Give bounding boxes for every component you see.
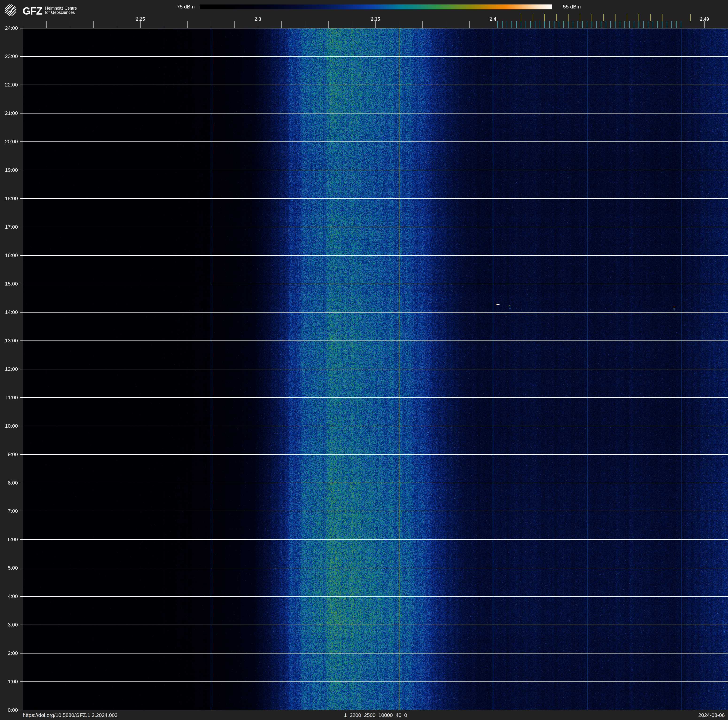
time-tick-label: 10:00 — [0, 423, 18, 429]
spectrogram-page: GFZ Helmholtz Centre for Geosciences -75… — [0, 0, 728, 720]
freq-minor-tick — [211, 21, 211, 28]
wifi-channel-tick — [650, 14, 651, 21]
time-tick-label: 8:00 — [0, 480, 18, 486]
ble-channel-tick — [606, 21, 606, 28]
hour-gridline — [20, 170, 728, 170]
time-tick-label: 14:00 — [0, 309, 18, 315]
time-tick-label: 1:00 — [0, 679, 18, 685]
hour-gridline — [20, 596, 728, 597]
hour-gridline — [20, 28, 728, 28]
freq-minor-tick — [164, 21, 164, 28]
dataset-name: 1_2200_2500_10000_40_0 — [344, 712, 407, 718]
time-tick-label: 21:00 — [0, 110, 18, 116]
ble-channel-tick — [582, 21, 583, 28]
wifi-channel-tick — [544, 14, 545, 21]
time-tick-label: 23:00 — [0, 54, 18, 59]
hour-gridline — [20, 568, 728, 568]
hour-gridline — [20, 255, 728, 256]
hour-gridline — [20, 283, 728, 284]
hour-gridline — [20, 511, 728, 511]
ble-channel-tick — [610, 21, 611, 28]
wifi-channel-tick — [521, 14, 522, 21]
freq-minor-tick — [399, 21, 399, 28]
freq-minor-tick — [93, 21, 94, 28]
ble-channel-tick — [549, 21, 550, 28]
wifi-channel-tick — [568, 14, 569, 21]
ble-channel-tick — [653, 21, 653, 28]
ble-channel-tick — [615, 21, 615, 28]
freq-minor-tick — [469, 21, 470, 28]
footer: https://doi.org/10.5880/GFZ.1.2.2024.003… — [0, 710, 728, 720]
freq-tick-label: 2.4 — [489, 17, 496, 21]
freq-minor-tick — [117, 21, 117, 28]
ble-channel-tick — [544, 21, 545, 28]
hour-gridline — [20, 653, 728, 654]
freq-tick-label: 2.3 — [255, 17, 261, 21]
colorbar-max-label: -55 dBm — [561, 4, 581, 10]
ble-channel-tick — [497, 21, 498, 28]
ble-channel-tick — [643, 21, 644, 28]
freq-minor-tick — [422, 21, 423, 28]
freq-minor-tick — [140, 21, 141, 28]
ble-channel-tick — [535, 21, 535, 28]
freq-minor-tick — [258, 21, 258, 28]
ble-channel-tick — [587, 21, 587, 28]
hour-gridline — [20, 340, 728, 341]
hour-gridline — [20, 625, 728, 625]
hour-gridline — [20, 312, 728, 313]
freq-minor-tick — [493, 21, 493, 28]
hour-gridline — [20, 454, 728, 455]
freq-minor-tick — [234, 21, 235, 28]
wifi-channel-tick — [592, 14, 592, 21]
ble-channel-tick — [624, 21, 625, 28]
wifi-channel-tick — [662, 14, 662, 21]
wifi-channel-tick — [532, 14, 533, 21]
freq-minor-tick — [352, 21, 352, 28]
time-tick-label: 24:00 — [0, 25, 18, 31]
freq-tick-label: 2.49 — [700, 17, 709, 21]
date-label: 2024-08-06 — [698, 712, 725, 718]
org-name: Helmholtz Centre for Geosciences — [45, 6, 77, 15]
ble-channel-tick — [502, 21, 503, 28]
time-tick-label: 4:00 — [0, 594, 18, 599]
ble-channel-tick — [620, 21, 620, 28]
wifi-channel-tick — [690, 14, 691, 21]
freq-minor-tick — [281, 21, 282, 28]
time-tick-label: 12:00 — [0, 366, 18, 372]
freq-minor-tick — [305, 21, 305, 28]
ble-channel-tick — [507, 21, 507, 28]
time-tick-label: 3:00 — [0, 622, 18, 628]
ble-channel-tick — [596, 21, 597, 28]
wifi-channel-tick — [556, 14, 557, 21]
ble-channel-tick — [634, 21, 634, 28]
time-tick-label: 11:00 — [0, 395, 18, 400]
hour-gridline — [20, 397, 728, 398]
time-tick-label: 17:00 — [0, 224, 18, 230]
wifi-channel-tick — [580, 14, 580, 21]
hour-gridline — [20, 483, 728, 483]
ble-channel-tick — [540, 21, 540, 28]
time-tick-label: 7:00 — [0, 508, 18, 514]
time-tick-label: 22:00 — [0, 82, 18, 88]
ble-channel-tick — [657, 21, 658, 28]
wifi-channel-tick — [627, 14, 627, 21]
ble-channel-tick — [521, 21, 522, 28]
ble-channel-tick — [568, 21, 569, 28]
freq-minor-tick — [70, 21, 70, 28]
hour-gridline — [20, 539, 728, 540]
freq-minor-tick — [446, 21, 446, 28]
org-name-line1: Helmholtz Centre — [45, 6, 77, 10]
ble-channel-tick — [592, 21, 592, 28]
ble-channel-tick — [667, 21, 667, 28]
time-tick-label: 2:00 — [0, 650, 18, 656]
gfz-logo: GFZ Helmholtz Centre for Geosciences — [5, 4, 115, 17]
ble-channel-tick — [676, 21, 677, 28]
ble-channel-tick — [516, 21, 517, 28]
ble-channel-tick — [526, 21, 526, 28]
gfz-globe-icon — [5, 4, 17, 17]
freq-minor-tick — [375, 21, 376, 28]
ble-channel-tick — [629, 21, 630, 28]
gfz-wordmark: GFZ — [23, 3, 42, 19]
freq-minor-tick — [704, 21, 705, 28]
hour-gridline — [20, 227, 728, 227]
